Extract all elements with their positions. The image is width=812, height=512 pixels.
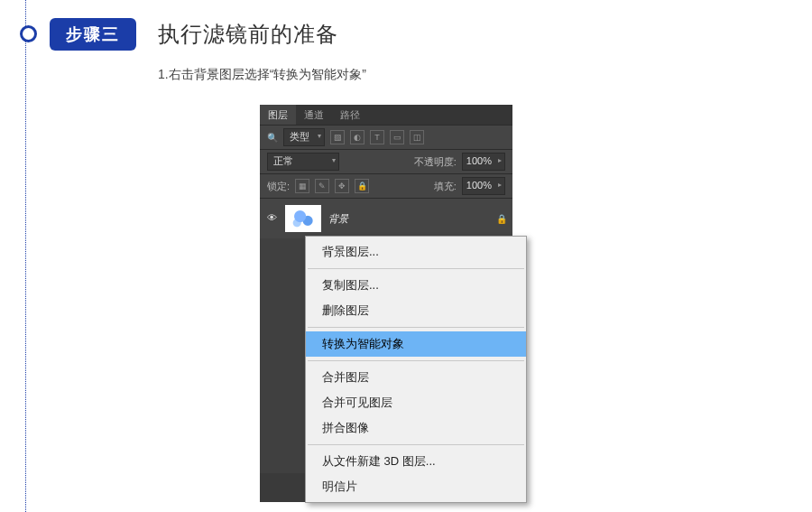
lock-transparency-icon[interactable]: ▦: [295, 179, 309, 193]
step-badge: 步骤三: [50, 18, 136, 51]
layer-filter-bar: 🔍 类型 ▧ ◐ T ▭ ◫: [260, 125, 512, 149]
menu-separator: [308, 327, 524, 328]
layer-row-background[interactable]: 👁 背景 🔒: [260, 202, 512, 235]
layer-thumbnail[interactable]: [285, 205, 321, 232]
menu-duplicate-layer[interactable]: 复制图层...: [306, 273, 526, 298]
filter-shape-icon[interactable]: ▭: [390, 130, 404, 144]
menu-convert-smart-object[interactable]: 转换为智能对象: [306, 331, 526, 357]
menu-flatten-image[interactable]: 拼合图像: [306, 415, 526, 441]
filter-pixel-icon[interactable]: ▧: [330, 130, 345, 144]
lock-label: 锁定:: [267, 180, 290, 193]
menu-delete-layer[interactable]: 删除图层: [306, 298, 526, 323]
tab-layers[interactable]: 图层: [260, 105, 296, 125]
menu-separator: [308, 360, 524, 361]
menu-separator: [308, 268, 524, 269]
fill-value[interactable]: 100%: [462, 177, 505, 195]
filter-adjust-icon[interactable]: ◐: [350, 130, 364, 144]
blend-opacity-row: 正常 不透明度: 100%: [260, 149, 512, 173]
filter-type-select[interactable]: 类型: [283, 128, 325, 146]
lock-all-icon[interactable]: 🔒: [355, 179, 369, 193]
layer-name: 背景: [328, 212, 489, 226]
lock-indicator-icon: 🔒: [496, 214, 507, 224]
menu-postcard[interactable]: 明信片: [306, 474, 526, 499]
context-menu: 背景图层... 复制图层... 删除图层 转换为智能对象 合并图层 合并可见图层…: [305, 236, 527, 503]
tab-paths[interactable]: 路径: [332, 105, 368, 125]
search-icon: 🔍: [267, 133, 278, 143]
lock-fill-row: 锁定: ▦ ✎ ✥ 🔒 填充: 100%: [260, 173, 512, 198]
opacity-value[interactable]: 100%: [462, 153, 505, 171]
visibility-icon[interactable]: 👁: [265, 212, 278, 225]
lock-brush-icon[interactable]: ✎: [315, 179, 329, 193]
opacity-label: 不透明度:: [414, 155, 457, 169]
layer-list: 👁 背景 🔒: [260, 198, 512, 238]
timeline-line: [25, 0, 27, 512]
tab-channels[interactable]: 通道: [296, 105, 332, 125]
menu-merge-layers[interactable]: 合并图层: [306, 365, 526, 390]
lock-position-icon[interactable]: ✥: [335, 179, 349, 193]
blend-mode-select[interactable]: 正常: [267, 153, 339, 171]
menu-merge-visible[interactable]: 合并可见图层: [306, 390, 526, 415]
step-title: 执行滤镜前的准备: [158, 20, 338, 49]
step-description: 1.右击背景图层选择“转换为智能对象”: [158, 67, 366, 83]
timeline-dot: [20, 25, 37, 42]
menu-new-3d-layer[interactable]: 从文件新建 3D 图层...: [306, 449, 526, 474]
fill-label: 填充:: [434, 180, 457, 193]
filter-type-icon[interactable]: T: [370, 130, 384, 144]
menu-background-layer[interactable]: 背景图层...: [306, 239, 526, 265]
menu-separator: [308, 444, 524, 445]
panel-tabs: 图层 通道 路径: [260, 105, 512, 125]
filter-smart-icon[interactable]: ◫: [410, 130, 424, 144]
